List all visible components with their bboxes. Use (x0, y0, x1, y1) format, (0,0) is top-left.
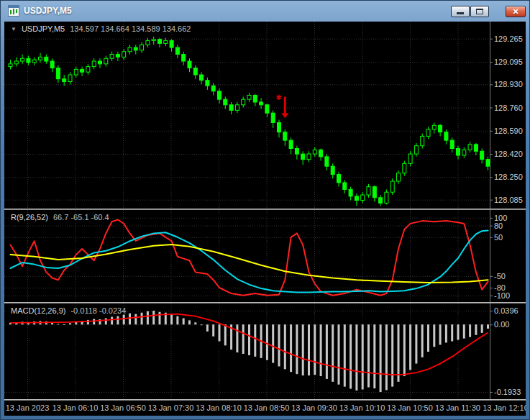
minimize-button[interactable] (451, 6, 470, 17)
svg-text:128.085: 128.085 (494, 196, 523, 204)
time-axis-label: 13 Jan 12:10 (483, 403, 526, 412)
svg-text:128.760: 128.760 (494, 104, 523, 112)
time-axis-label: 13 Jan 10:50 (387, 403, 433, 412)
candlestick-chart[interactable]: 129.265129.095128.930128.760128.590128.4… (4, 22, 526, 209)
maximize-icon (476, 9, 483, 14)
svg-text:-0.1933: -0.1933 (494, 388, 521, 396)
main-chart-panel[interactable]: ▼USDJPY,M5134.597 134.664 134.589 134.66… (4, 22, 526, 209)
macd-header: MACD(12,26,9)-0.0118 -0.0234 (11, 306, 126, 315)
window-title: USDJPY,M5 (24, 6, 72, 16)
svg-text:128.930: 128.930 (494, 80, 523, 88)
svg-text:128.250: 128.250 (494, 173, 523, 181)
chart-client-area: ▼USDJPY,M5134.597 134.664 134.589 134.66… (4, 22, 526, 416)
close-icon: ✕ (506, 6, 525, 17)
time-axis-label: 13 Jan 06:10 (52, 403, 99, 412)
macd-chart[interactable]: 0.03960.00-0.1933 (4, 303, 526, 399)
macd-values: -0.0118 -0.0234 (70, 306, 126, 315)
svg-text:0.0396: 0.0396 (494, 306, 518, 315)
close-button[interactable]: ✕ (506, 6, 526, 17)
oscillator-chart[interactable]: 1008050-50-80-100 (4, 210, 526, 302)
macd-name: MACD(12,26,9) (11, 306, 65, 315)
time-axis-label: 13 Jan 08:10 (196, 403, 242, 412)
time-axis-label: 13 Jan 06:50 (100, 403, 146, 412)
time-axis-label: 13 Jan 10:10 (339, 403, 385, 412)
oscillator-name: R(9,26,52) (11, 213, 48, 222)
svg-text:128.420: 128.420 (494, 150, 523, 158)
svg-text:80: 80 (494, 222, 503, 230)
time-axis-label: 13 Jan 08:50 (244, 403, 290, 412)
symbol-period-label: USDJPY,M5 (22, 24, 65, 33)
time-axis[interactable]: 13 Jan 202313 Jan 06:1013 Jan 06:5013 Ja… (4, 401, 526, 416)
maximize-button[interactable] (470, 6, 489, 17)
oscillator-values: 66.7 -65.1 -60.4 (53, 213, 109, 222)
collapse-arrow-icon[interactable]: ▼ (11, 26, 17, 32)
svg-text:0.00: 0.00 (494, 320, 509, 329)
svg-text:✱: ✱ (275, 93, 281, 101)
oscillator-header: R(9,26,52)66.7 -65.1 -60.4 (11, 213, 109, 222)
time-axis-label: 13 Jan 2023 (6, 403, 50, 412)
oscillator-panel[interactable]: R(9,26,52)66.7 -65.1 -60.4 1008050-50-80… (4, 210, 526, 302)
window-icon (8, 5, 19, 17)
chart-header: ▼USDJPY,M5134.597 134.664 134.589 134.66… (11, 24, 191, 33)
chart-window: USDJPY,M5 ✕ ▼USDJPY,M5134.597 134.664 13… (0, 0, 530, 420)
svg-text:129.265: 129.265 (494, 35, 523, 43)
macd-panel[interactable]: MACD(12,26,9)-0.0118 -0.0234 0.03960.00-… (4, 303, 526, 399)
title-bar[interactable]: USDJPY,M5 ✕ (0, 0, 530, 22)
svg-text:50: 50 (494, 233, 503, 242)
time-axis-label: 13 Jan 09:30 (291, 403, 337, 412)
svg-text:129.095: 129.095 (494, 58, 523, 66)
sell-arrow-annotation: ✱ (275, 93, 288, 118)
svg-text:-50: -50 (494, 272, 506, 280)
ohlc-values: 134.597 134.664 134.589 134.662 (70, 24, 191, 33)
svg-text:128.590: 128.590 (494, 127, 523, 135)
minimize-icon (457, 12, 464, 14)
time-axis-label: 13 Jan 11:30 (435, 403, 480, 412)
time-axis-label: 13 Jan 07:30 (148, 403, 194, 412)
svg-text:-100: -100 (494, 291, 510, 300)
